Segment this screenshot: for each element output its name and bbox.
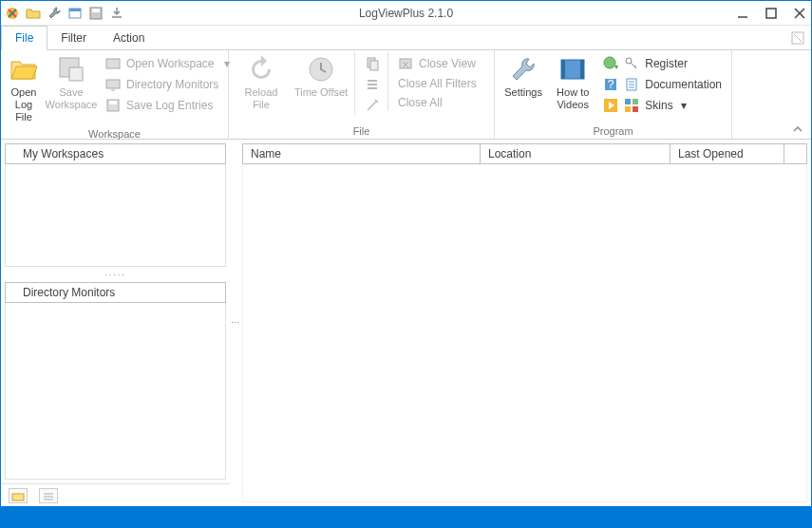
download-icon[interactable] xyxy=(109,6,124,21)
monitors-list[interactable] xyxy=(5,303,226,480)
copy-icon-button[interactable] xyxy=(361,54,384,73)
svg-rect-28 xyxy=(625,99,631,104)
chevron-down-icon: ▾ xyxy=(681,99,687,112)
svg-rect-31 xyxy=(633,106,638,112)
save-icon[interactable] xyxy=(88,6,104,21)
monitors-panel: Directory Monitors xyxy=(5,282,226,480)
minimize-button[interactable] xyxy=(735,6,750,21)
ribbon-group-file: Reload File Time Offset Close View C xyxy=(229,50,495,139)
col-name[interactable]: Name xyxy=(243,144,481,163)
content-area: Name Location Last Opened xyxy=(238,140,811,506)
reload-file-button[interactable]: Reload File xyxy=(235,52,288,113)
palette-icon xyxy=(624,98,639,113)
window-icon[interactable] xyxy=(67,6,83,21)
directory-monitors-button[interactable]: Directory Monitors xyxy=(102,75,234,94)
time-offset-button[interactable]: Time Offset xyxy=(292,52,350,101)
clock-icon xyxy=(306,54,336,85)
open-folder-icon[interactable] xyxy=(26,6,41,21)
settings-button[interactable]: Settings xyxy=(500,52,546,101)
app-icon xyxy=(5,6,20,21)
title-bar: LogViewPlus 2.1.0 xyxy=(1,1,811,26)
close-all-filters-button[interactable]: Close All Filters xyxy=(394,75,481,92)
workspaces-panel: My Workspaces xyxy=(5,143,226,267)
open-folder-icon xyxy=(9,54,39,85)
tab-file[interactable]: File xyxy=(1,26,47,50)
help-icon: ? xyxy=(603,77,618,92)
grid-body[interactable] xyxy=(242,164,807,502)
monitors-header[interactable]: Directory Monitors xyxy=(5,282,226,303)
wand-icon xyxy=(365,98,380,113)
sidebar-tab-1[interactable] xyxy=(9,488,28,503)
svg-rect-9 xyxy=(69,67,83,81)
svg-rect-11 xyxy=(106,80,120,88)
save-workspace-icon xyxy=(56,54,86,85)
wand-icon-button[interactable] xyxy=(361,96,384,115)
svg-rect-20 xyxy=(561,60,565,79)
list-icon xyxy=(365,77,380,92)
ribbon-group-program: Settings How to Videos Register ? Docume… xyxy=(495,50,732,139)
monitor-icon xyxy=(105,77,121,92)
open-log-file-button[interactable]: Open Log File xyxy=(7,52,41,126)
doc-icon xyxy=(624,77,639,92)
svg-rect-2 xyxy=(69,9,81,11)
horizontal-splitter[interactable]: ····· xyxy=(1,271,230,278)
sidebar-bottom-tabs xyxy=(1,483,230,506)
documentation-button[interactable]: ? Documentation xyxy=(599,75,726,94)
svg-rect-10 xyxy=(106,59,120,68)
copy-icon xyxy=(365,56,380,71)
wrench-icon xyxy=(508,54,538,85)
svg-rect-17 xyxy=(370,61,378,70)
workspaces-list[interactable] xyxy=(5,164,226,267)
skins-button[interactable]: Skins ▾ xyxy=(599,96,726,115)
ribbon-tabs: File Filter Action xyxy=(1,26,811,50)
svg-rect-21 xyxy=(580,60,584,79)
window-controls xyxy=(735,6,807,21)
how-to-videos-button[interactable]: How to Videos xyxy=(550,52,595,113)
globe-download-icon xyxy=(603,56,618,71)
status-bar xyxy=(1,506,811,527)
svg-point-22 xyxy=(604,57,615,68)
wrench-icon[interactable] xyxy=(47,6,62,21)
disk-icon xyxy=(105,98,121,113)
quick-access-toolbar xyxy=(5,6,124,21)
save-workspace-button[interactable]: Save Workspace xyxy=(45,52,98,113)
svg-rect-4 xyxy=(92,9,100,12)
key-icon xyxy=(624,56,639,71)
ribbon-group-workspace: Open Log File Save Workspace Open Worksp… xyxy=(1,50,229,139)
close-all-button[interactable]: Close All xyxy=(394,94,481,111)
svg-rect-29 xyxy=(633,99,638,104)
vertical-splitter[interactable]: ⋮ xyxy=(231,140,238,506)
sidebar: My Workspaces ····· Directory Monitors xyxy=(1,140,231,506)
ribbon-options-icon[interactable] xyxy=(784,26,811,49)
tab-filter[interactable]: Filter xyxy=(47,26,100,49)
svg-rect-14 xyxy=(109,101,117,104)
col-last-opened[interactable]: Last Opened xyxy=(670,144,784,163)
sidebar-tab-2[interactable] xyxy=(39,488,58,503)
list-icon-button[interactable] xyxy=(361,75,384,94)
close-view-icon xyxy=(398,56,413,71)
play-icon xyxy=(603,98,618,113)
film-icon xyxy=(557,54,588,85)
col-location[interactable]: Location xyxy=(481,144,670,163)
svg-text:?: ? xyxy=(608,78,614,91)
close-view-button[interactable]: Close View xyxy=(394,54,481,73)
save-log-entries-button[interactable]: Save Log Entries xyxy=(102,96,234,115)
register-button[interactable]: Register xyxy=(599,54,726,73)
workspace-icon xyxy=(105,56,121,71)
open-workspace-button[interactable]: Open Workspace ▾ xyxy=(102,54,234,73)
grid-header: Name Location Last Opened xyxy=(242,143,807,164)
tab-action[interactable]: Action xyxy=(100,26,158,49)
ribbon: Open Log File Save Workspace Open Worksp… xyxy=(1,50,811,140)
main-area: My Workspaces ····· Directory Monitors ⋮… xyxy=(1,140,811,506)
maximize-button[interactable] xyxy=(764,6,779,21)
svg-rect-30 xyxy=(625,106,631,112)
col-filler xyxy=(784,144,806,163)
reload-icon xyxy=(246,54,276,85)
svg-rect-18 xyxy=(400,59,411,68)
svg-rect-6 xyxy=(766,9,776,18)
collapse-ribbon-icon[interactable] xyxy=(792,123,803,135)
svg-rect-32 xyxy=(12,494,24,500)
close-button[interactable] xyxy=(792,6,807,21)
workspaces-header[interactable]: My Workspaces xyxy=(5,143,226,164)
